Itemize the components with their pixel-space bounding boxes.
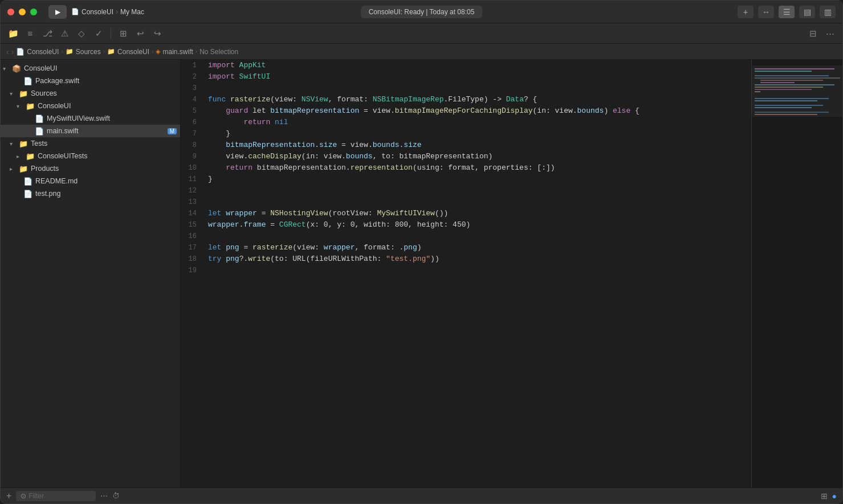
maximize-button[interactable] <box>30 9 37 15</box>
split-button[interactable]: ↔ <box>758 6 774 18</box>
sidebar-item-tests[interactable]: ▾ 📁 Tests <box>1 137 180 150</box>
breadcrumb-consoleui-folder[interactable]: 📁 ConsoleUI <box>107 48 149 56</box>
add-button[interactable]: + <box>738 6 754 18</box>
line-content-18[interactable]: try png?.write(to: URL(fileURLWithPath: … <box>206 253 751 265</box>
line-number-10: 10 <box>181 162 206 174</box>
project-name: ConsoleUI <box>82 8 113 16</box>
titlebar: ▶ 📄 ConsoleUI › My Mac ConsoleUI: Ready … <box>1 1 842 23</box>
line-content-15[interactable]: wrapper.frame = CGRect(x: 0, y: 0, width… <box>206 219 751 231</box>
line-number-3: 3 <box>181 83 206 94</box>
arrow-collapsed-tests: ▸ <box>17 153 26 159</box>
xcode-window: ▶ 📄 ConsoleUI › My Mac ConsoleUI: Ready … <box>0 0 843 504</box>
code-line-13: 13 <box>181 196 751 208</box>
debug-toggle[interactable]: ▥ <box>820 6 836 18</box>
check-icon[interactable]: ✓ <box>92 27 105 40</box>
navigator-icon[interactable]: 📁 <box>6 27 20 40</box>
add-tab-button[interactable]: + <box>6 491 11 501</box>
warning-icon[interactable]: ⚠ <box>58 27 71 40</box>
folder-icon-products: 📁 <box>19 165 28 173</box>
source-control-icon[interactable]: ⎇ <box>40 27 54 40</box>
sidebar-item-consoleui-folder[interactable]: ▾ 📁 ConsoleUI <box>1 100 180 112</box>
line-number-19: 19 <box>181 265 206 276</box>
arrow-expanded-tests: ▾ <box>10 141 19 147</box>
close-button[interactable] <box>7 9 14 15</box>
more-icon[interactable]: ⋯ <box>823 27 837 40</box>
line-content-13[interactable] <box>206 196 751 208</box>
code-line-6: 6 return nil <box>181 117 751 128</box>
sidebar-label-myswiftuiview: MySwiftUIView.swift <box>47 114 180 122</box>
breadcrumb-consoleui[interactable]: 📄 ConsoleUI <box>16 48 59 56</box>
sidebar-item-main-swift[interactable]: 📄 main.swift M <box>1 125 180 137</box>
line-content-9[interactable]: view.cacheDisplay(in: view.bounds, to: b… <box>206 151 751 162</box>
line-content-1[interactable]: import AppKit <box>206 60 751 71</box>
sidebar-label-consoleui-project: ConsoleUI <box>24 64 180 72</box>
minimize-button[interactable] <box>19 9 26 15</box>
sidebar-item-myswiftuiview[interactable]: 📄 MySwiftUIView.swift <box>1 112 180 125</box>
line-content-6[interactable]: return nil <box>206 117 751 128</box>
sidebar-item-sources[interactable]: ▾ 📁 Sources <box>1 87 180 100</box>
breadcrumb-sep-1: › <box>61 48 63 55</box>
folder-blue-icon: 📁 <box>26 102 35 110</box>
line-content-17[interactable]: let png = rasterize(view: wrapper, forma… <box>206 242 751 253</box>
back-nav-icon[interactable]: ‹ <box>6 47 9 56</box>
sort-icon[interactable]: ⋯ <box>100 491 108 500</box>
sidebar-item-testpng[interactable]: 📄 test.png <box>1 187 180 200</box>
list-icon[interactable]: ≡ <box>23 27 37 40</box>
adjust-icon[interactable]: ⊞ <box>821 491 828 501</box>
breadcrumb-no-selection[interactable]: No Selection <box>199 48 238 56</box>
navigator-toggle[interactable]: ☰ <box>779 6 795 18</box>
diamond-icon[interactable]: ◇ <box>75 27 88 40</box>
line-number-12: 12 <box>181 185 206 196</box>
sidebar-label-tests: Tests <box>31 140 180 147</box>
sidebar-item-products[interactable]: ▸ 📁 Products <box>1 162 180 175</box>
line-number-18: 18 <box>181 253 206 265</box>
code-line-3: 3 <box>181 83 751 94</box>
line-content-16[interactable] <box>206 231 751 242</box>
sidebar-item-package-swift[interactable]: 📄 Package.swift <box>1 75 180 87</box>
run-button[interactable]: ▶ <box>48 5 67 19</box>
code-line-8: 8 bitmapRepresentation.size = view.bound… <box>181 140 751 151</box>
filter-box[interactable]: ⊙ Filter <box>16 491 96 501</box>
swift-icon-3: 📄 <box>35 127 44 136</box>
code-line-19: 19 <box>181 265 751 276</box>
scheme-selector[interactable]: 📄 ConsoleUI › My Mac <box>71 8 144 16</box>
breadcrumb-project-label: ConsoleUI <box>27 48 59 56</box>
line-number-11: 11 <box>181 174 206 185</box>
terminal-icon[interactable]: ● <box>832 491 837 501</box>
line-content-7[interactable]: } <box>206 128 751 140</box>
grid-icon[interactable]: ⊞ <box>116 27 130 40</box>
filter-icon: ⊙ <box>21 492 26 500</box>
line-content-19[interactable] <box>206 265 751 276</box>
breadcrumb-swift-icon: ◈ <box>156 48 160 55</box>
modified-badge: M <box>168 128 177 134</box>
clock-icon[interactable]: ⏱ <box>112 491 120 500</box>
line-content-2[interactable]: import SwiftUI <box>206 71 751 83</box>
code-line-9: 9 view.cacheDisplay(in: view.bounds, to:… <box>181 151 751 162</box>
breadcrumb-sources[interactable]: 📁 Sources <box>66 48 101 56</box>
line-content-10[interactable]: return bitmapRepresentation.representati… <box>206 162 751 174</box>
line-number-7: 7 <box>181 128 206 140</box>
file-navigator: ▾ 📦 ConsoleUI 📄 Package.swift ▾ 📁 Source… <box>1 60 180 487</box>
inspector-toggle[interactable]: ▤ <box>799 6 815 18</box>
forward-nav-icon[interactable]: › <box>11 47 14 56</box>
line-number-1: 1 <box>181 60 206 71</box>
line-content-8[interactable]: bitmapRepresentation.size = view.bounds.… <box>206 140 751 151</box>
line-content-3[interactable] <box>206 83 751 94</box>
line-content-5[interactable]: guard let bitmapRepresentation = view.bi… <box>206 105 751 117</box>
line-content-4[interactable]: func rasterize(view: NSView, format: NSB… <box>206 94 751 105</box>
breadcrumb: ‹ › 📄 ConsoleUI › 📁 Sources › 📁 ConsoleU… <box>1 44 842 60</box>
sidebar-item-readme[interactable]: 📄 README.md <box>1 175 180 187</box>
canvas-icon[interactable]: ⊟ <box>806 27 820 40</box>
undo-icon[interactable]: ↩ <box>133 27 147 40</box>
code-editor[interactable]: 1import AppKit2import SwiftUI3 4func ras… <box>181 60 751 487</box>
statusbar: + ⊙ Filter ⋯ ⏱ ⊞ ● <box>1 487 842 503</box>
breadcrumb-main-swift[interactable]: ◈ main.swift <box>156 48 193 56</box>
line-content-14[interactable]: let wrapper = NSHostingView(rootView: My… <box>206 208 751 219</box>
sidebar-item-consoletests[interactable]: ▸ 📁 ConsoleUITests <box>1 150 180 162</box>
line-content-12[interactable] <box>206 185 751 196</box>
redo-icon[interactable]: ↪ <box>150 27 164 40</box>
sidebar-item-consoleui-project[interactable]: ▾ 📦 ConsoleUI <box>1 62 180 75</box>
md-icon: 📄 <box>23 177 32 186</box>
sidebar: ▾ 📦 ConsoleUI 📄 Package.swift ▾ 📁 Source… <box>1 60 181 487</box>
line-content-11[interactable]: } <box>206 174 751 185</box>
